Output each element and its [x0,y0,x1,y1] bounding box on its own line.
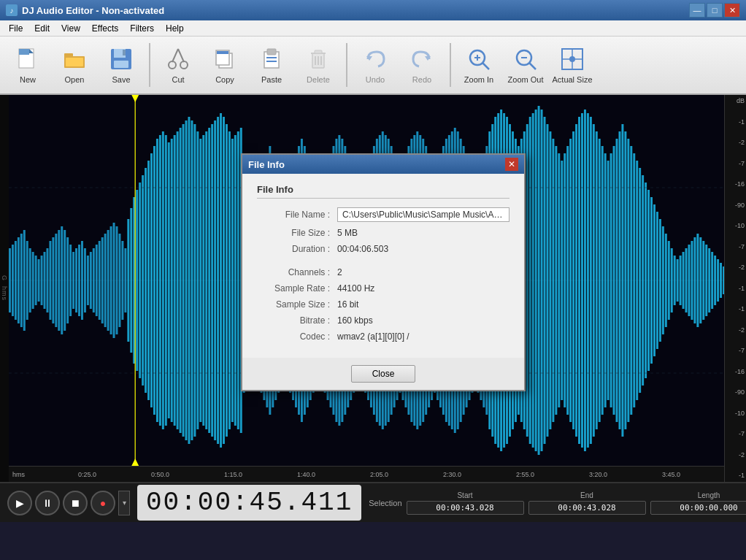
svg-rect-96 [165,135,167,426]
undo-icon [362,46,388,72]
dialog-row-codec: Codec : wmav2 (a[1][0][0] / [257,331,509,342]
svg-rect-20 [266,61,277,62]
delete-button[interactable]: Delete [296,39,340,91]
save-button[interactable]: Save [99,39,143,91]
left-channel-label: G hms [0,95,9,482]
play-button[interactable]: ▶ [7,491,32,515]
svg-rect-99 [174,135,176,426]
svg-rect-252 [616,139,618,422]
svg-rect-107 [196,131,199,429]
stop-button[interactable]: ⏹ [63,491,88,515]
zoom-in-button[interactable]: Zoom In [457,39,501,91]
bitrate-label: Bitrate : [257,315,337,326]
record-button[interactable]: ● [91,491,115,515]
pause-button[interactable]: ⏸ [35,491,60,515]
svg-rect-62 [66,237,69,323]
svg-rect-276 [685,248,688,312]
menu-edit[interactable]: Edit [28,22,55,35]
svg-rect-105 [191,120,193,440]
toolbar-sep-3 [450,43,451,87]
actual-size-button[interactable]: Actual Size [550,39,594,91]
codec-label: Codec : [257,331,337,342]
file-info-dialog[interactable]: File Info ✕ File Info File Name : File S… [241,153,526,391]
svg-rect-1 [19,49,29,55]
svg-rect-264 [650,197,653,364]
close-button[interactable]: ✕ [724,3,740,18]
svg-rect-272 [674,256,676,305]
svg-rect-232 [558,153,560,407]
dialog-body: File Info File Name : File Size : 5 MB D… [242,174,524,358]
transport-dropdown[interactable]: ▾ [118,491,130,515]
svg-rect-94 [159,135,161,426]
svg-rect-239 [578,117,580,444]
dialog-row-duration: Duration : 00:04:06.503 [257,244,509,254]
menu-effects[interactable]: Effects [86,22,124,35]
svg-rect-244 [593,124,595,437]
svg-rect-246 [599,139,601,422]
svg-point-11 [180,61,188,69]
duration-label: Duration : [257,244,337,254]
svg-rect-231 [555,146,557,415]
samplesize-label: Sample Size : [257,299,337,310]
svg-rect-71 [93,248,95,312]
new-label: New [20,75,36,84]
minimize-button[interactable]: — [689,3,705,18]
filename-value[interactable] [337,207,509,222]
svg-rect-106 [193,124,196,437]
svg-rect-248 [604,153,607,407]
time-display: 00:00:45.411 [137,485,361,521]
maximize-button[interactable]: □ [707,3,723,18]
dialog-row-filename: File Name : [257,207,509,222]
redo-label: Redo [412,75,431,84]
zoom-out-button[interactable]: Zoom Out [504,39,547,91]
length-label: Length [698,491,720,499]
redo-button[interactable]: Redo [400,39,444,91]
svg-rect-234 [564,153,566,407]
menu-view[interactable]: View [55,22,86,35]
menu-help[interactable]: Help [160,22,190,35]
svg-rect-287 [717,259,719,302]
svg-rect-274 [680,256,682,305]
paste-button[interactable]: Paste [250,39,293,91]
svg-rect-93 [156,139,158,422]
undo-button[interactable]: Undo [353,39,397,91]
time-ruler: hms 0:25.0 0:50.0 1:15.0 1:40.0 2:05.0 2… [9,466,724,482]
selection-label: Selection [369,499,401,507]
svg-rect-270 [668,241,670,320]
dialog-row-bitrate: Bitrate : 160 kbps [257,315,509,326]
svg-rect-282 [702,241,704,320]
transport-controls: ▶ ⏸ ⏹ ● ▾ [7,491,130,515]
svg-rect-277 [688,245,691,316]
actual-size-label: Actual Size [552,75,592,84]
selection-length-input[interactable] [650,501,746,515]
menu-bar: File Edit View Effects Filters Help [0,20,746,37]
selection-start-input[interactable] [407,501,524,515]
svg-rect-275 [682,252,685,309]
channel-text: G hms [1,275,8,301]
svg-rect-91 [150,153,153,407]
new-button[interactable]: New [6,39,50,91]
svg-rect-4 [64,53,73,58]
bottom-bar: ▶ ⏸ ⏹ ● ▾ 00:00:45.411 Selection Start E… [0,482,746,522]
copy-button[interactable]: Copy [203,39,247,91]
open-button[interactable]: Open [53,39,96,91]
svg-rect-69 [87,256,89,305]
svg-rect-228 [546,124,548,437]
menu-filters[interactable]: Filters [124,22,160,35]
svg-rect-60 [61,226,63,334]
svg-rect-74 [101,237,104,323]
save-label: Save [112,75,130,84]
svg-rect-284 [708,248,710,312]
menu-file[interactable]: File [3,22,28,35]
selection-start-group: Start [407,491,524,515]
svg-rect-263 [647,190,650,371]
svg-rect-249 [607,161,610,400]
dialog-close-button[interactable]: ✕ [505,158,518,171]
svg-rect-101 [180,128,182,433]
dialog-close-btn[interactable]: Close [351,365,416,383]
selection-end-input[interactable] [528,501,646,515]
cut-button[interactable]: Cut [156,39,200,91]
open-label: Open [65,75,85,84]
svg-line-13 [178,49,184,62]
selection-end-group: End [528,491,646,515]
